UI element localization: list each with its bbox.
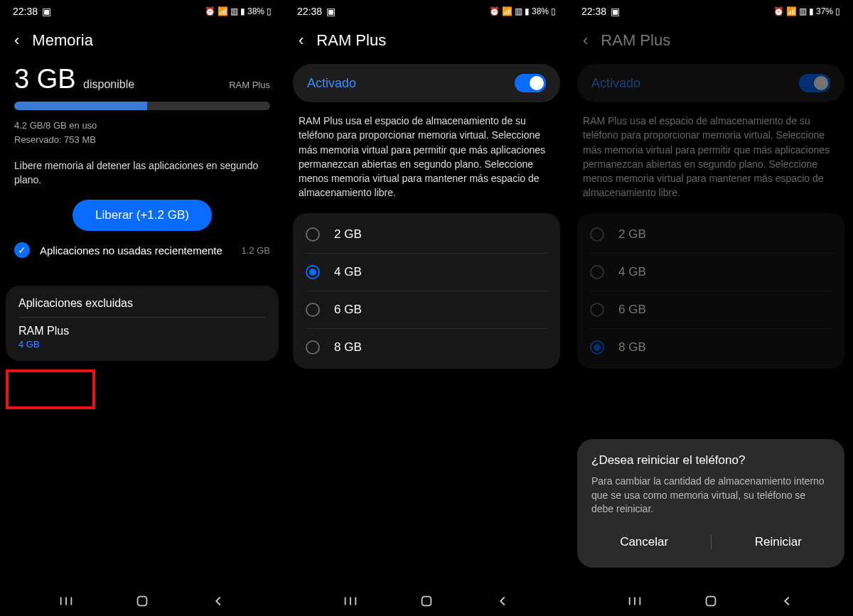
status-time: 22:38	[13, 6, 38, 17]
nav-recents-icon[interactable]	[627, 593, 643, 609]
option-label: 6 GB	[618, 303, 646, 317]
ramplus-label: RAM Plus	[229, 80, 270, 90]
nav-back-icon[interactable]	[495, 593, 510, 609]
status-bar: 22:38▣ ⏰📶▥▮38%▯	[284, 0, 569, 20]
option-8gb[interactable]: 8 GB	[306, 329, 547, 366]
reserved-text: Reservado: 753 MB	[14, 133, 270, 147]
description: RAM Plus usa el espacio de almacenamient…	[284, 114, 569, 213]
status-bar: 22:38▣ ⏰📶▥▮37%▯	[569, 0, 853, 20]
memory-options: 2 GB 4 GB 6 GB 8 GB	[293, 213, 560, 369]
nav-back-icon[interactable]	[210, 593, 226, 609]
free-memory-button[interactable]: Liberar (+1.2 GB)	[73, 200, 212, 231]
battery-percent: 38%	[532, 6, 549, 16]
page-title: Memoria	[32, 31, 93, 50]
signal-icon: ▮	[525, 6, 530, 16]
screen-ramplus-dialog: 22:38▣ ⏰📶▥▮37%▯ ‹ RAM Plus Activado RAM …	[569, 0, 853, 616]
option-4gb[interactable]: 4 GB	[590, 254, 832, 291]
description: RAM Plus usa el espacio de almacenamient…	[569, 114, 853, 213]
volte-icon: ▥	[230, 6, 238, 16]
toggle-switch[interactable]	[515, 74, 546, 92]
available-value: 3 GB	[14, 64, 76, 94]
available-label: disponible	[83, 78, 134, 90]
svg-rect-3	[138, 597, 147, 606]
activated-toggle-row[interactable]: Activado	[293, 64, 560, 102]
wifi-icon: 📶	[502, 6, 513, 16]
option-label: 2 GB	[618, 227, 646, 242]
back-icon[interactable]: ‹	[583, 31, 588, 50]
option-2gb[interactable]: 2 GB	[590, 216, 832, 254]
wifi-icon: 📶	[218, 6, 228, 16]
radio-icon	[306, 265, 320, 279]
option-label: 4 GB	[334, 265, 362, 279]
option-6gb[interactable]: 6 GB	[590, 291, 832, 329]
description: Libere memoria al detener las aplicacion…	[14, 159, 270, 187]
page-title: RAM Plus	[601, 31, 670, 50]
nav-back-icon[interactable]	[779, 593, 795, 609]
separator	[711, 535, 712, 549]
radio-icon	[590, 227, 604, 242]
check-icon: ✓	[14, 242, 30, 258]
back-icon[interactable]: ‹	[299, 31, 304, 50]
ramplus-value: 4 GB	[18, 339, 266, 350]
nav-home-icon[interactable]	[703, 593, 719, 609]
screenshot-icon: ▣	[42, 6, 51, 17]
option-label: 8 GB	[618, 340, 646, 355]
header: ‹ Memoria	[0, 20, 284, 64]
option-4gb[interactable]: 4 GB	[306, 254, 547, 291]
volte-icon: ▥	[515, 6, 522, 16]
battery-icon: ▯	[267, 6, 272, 16]
nav-bar	[284, 582, 569, 616]
radio-icon	[306, 227, 320, 242]
nav-home-icon[interactable]	[419, 593, 434, 609]
option-6gb[interactable]: 6 GB	[306, 291, 547, 329]
memory-options: 2 GB 4 GB 6 GB 8 GB	[577, 213, 844, 369]
nav-home-icon[interactable]	[134, 593, 150, 609]
svg-rect-11	[707, 597, 716, 606]
page-title: RAM Plus	[316, 31, 386, 50]
status-icons: ⏰📶▥▮38%▯	[489, 6, 556, 16]
toggle-switch[interactable]	[799, 74, 830, 92]
screen-ramplus: 22:38▣ ⏰📶▥▮38%▯ ‹ RAM Plus Activado RAM …	[284, 0, 569, 616]
option-2gb[interactable]: 2 GB	[306, 216, 547, 254]
option-label: 2 GB	[334, 227, 362, 242]
unused-apps-label: Aplicaciones no usadas recientemente	[40, 244, 232, 256]
unused-apps-size: 1.2 GB	[242, 245, 270, 256]
ramplus-row[interactable]: RAM Plus 4 GB	[18, 325, 266, 350]
status-icons: ⏰📶▥▮37%▯	[773, 6, 840, 16]
screenshot-icon: ▣	[326, 6, 336, 17]
screen-memory: 22:38 ▣ ⏰ 📶 ▥ ▮ 38% ▯ ‹ Memoria 3 GB dis…	[0, 0, 284, 616]
nav-bar	[569, 582, 853, 616]
dialog-text: Para cambiar la cantidad de almacenamien…	[591, 475, 830, 517]
ramplus-name: RAM Plus	[18, 325, 266, 337]
header: ‹ RAM Plus	[284, 20, 569, 64]
status-icons: ⏰ 📶 ▥ ▮ 38% ▯	[205, 6, 272, 16]
battery-percent: 37%	[816, 6, 833, 16]
back-icon[interactable]: ‹	[14, 31, 19, 50]
cancel-button[interactable]: Cancelar	[606, 531, 682, 553]
wifi-icon: 📶	[786, 6, 797, 16]
radio-icon	[590, 340, 604, 355]
battery-percent: 38%	[247, 6, 264, 16]
option-label: 6 GB	[334, 303, 362, 317]
nav-bar	[0, 582, 284, 616]
activated-label: Activado	[591, 76, 640, 91]
battery-icon: ▯	[551, 6, 556, 16]
alarm-icon: ⏰	[773, 6, 784, 16]
radio-icon	[306, 303, 320, 317]
status-time: 22:38	[581, 6, 606, 17]
nav-recents-icon[interactable]	[58, 593, 74, 609]
status-bar: 22:38 ▣ ⏰ 📶 ▥ ▮ 38% ▯	[0, 0, 284, 20]
radio-icon	[590, 303, 604, 317]
radio-icon	[590, 265, 604, 279]
option-8gb[interactable]: 8 GB	[590, 329, 832, 366]
nav-recents-icon[interactable]	[343, 593, 358, 609]
restart-button[interactable]: Reiniciar	[741, 531, 816, 553]
activated-toggle-row[interactable]: Activado	[577, 64, 844, 102]
status-time: 22:38	[297, 6, 322, 17]
restart-dialog: ¿Desea reiniciar el teléfono? Para cambi…	[577, 439, 844, 568]
excluded-apps-title[interactable]: Aplicaciones excluidas	[18, 297, 266, 318]
volte-icon: ▥	[799, 6, 807, 16]
unused-apps-row[interactable]: ✓ Aplicaciones no usadas recientemente 1…	[14, 231, 270, 269]
excluded-apps-card: Aplicaciones excluidas RAM Plus 4 GB	[6, 286, 279, 361]
signal-icon: ▮	[240, 6, 245, 16]
